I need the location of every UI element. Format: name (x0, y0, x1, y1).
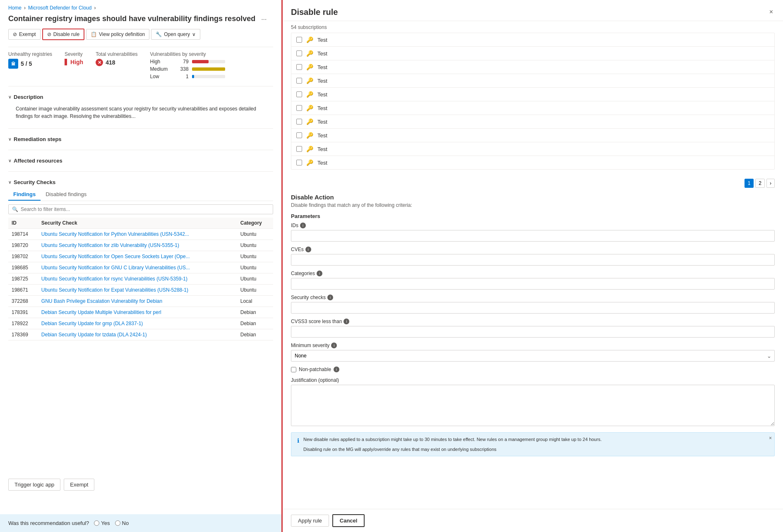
subscription-row[interactable]: 🔑 Test (291, 60, 774, 74)
justification-textarea[interactable] (291, 385, 775, 426)
table-row[interactable]: 198671 Ubuntu Security Notification for … (8, 285, 273, 296)
subscription-checkbox[interactable] (296, 91, 302, 97)
cell-id: 198714 (8, 229, 38, 240)
description-text: Container image vulnerability assessment… (8, 103, 273, 124)
security-checks-field-group: Security checks i (291, 295, 775, 314)
cell-check: Ubuntu Security Notification for zlib Vu… (38, 240, 237, 251)
subscription-checkbox[interactable] (296, 160, 302, 165)
cell-check: GNU Bash Privilege Escalation Vulnerabil… (38, 296, 237, 307)
apply-rule-button[interactable]: Apply rule (291, 515, 329, 527)
exempt-button[interactable]: ⊘ Exempt (8, 29, 41, 40)
cves-input[interactable] (291, 254, 775, 266)
subscription-checkbox[interactable] (296, 119, 302, 125)
open-query-button[interactable]: 🔧 Open query ∨ (151, 29, 200, 40)
subscription-row[interactable]: 🔑 Test (291, 129, 774, 142)
search-input[interactable] (21, 206, 269, 212)
page-2-button[interactable]: 2 (755, 179, 765, 188)
breadcrumb-defender[interactable]: Microsoft Defender for Cloud (28, 5, 91, 11)
subscription-name: Test (317, 64, 327, 70)
subscription-name: Test (317, 78, 327, 84)
cell-id: 198702 (8, 251, 38, 262)
table-row[interactable]: 178369 Debian Security Update for tzdata… (8, 329, 273, 340)
subscription-row[interactable]: 🔑 Test (291, 74, 774, 88)
exempt-icon: ⊘ (13, 31, 17, 37)
main-content: Home › Microsoft Defender for Cloud › Co… (0, 0, 783, 532)
remediation-header[interactable]: ∨ Remediation steps (8, 133, 273, 146)
close-button[interactable]: × (768, 7, 775, 17)
search-box: 🔍 (8, 204, 273, 214)
page-next-button[interactable]: › (766, 179, 775, 188)
table-row[interactable]: 198714 Ubuntu Security Notification for … (8, 229, 273, 240)
table-row[interactable]: 198720 Ubuntu Security Notification for … (8, 240, 273, 251)
total-vulnerabilities-metric: Total vulnerabilities ✕ 418 (96, 51, 137, 66)
subscription-checkbox[interactable] (296, 132, 302, 138)
subscription-row[interactable]: 🔑 Test (291, 33, 774, 47)
subscription-checkbox[interactable] (296, 37, 302, 43)
cell-id: 178391 (8, 307, 38, 318)
subscription-row[interactable]: 🔑 Test (291, 88, 774, 101)
table-row[interactable]: 178922 Debian Security Update for gmp (D… (8, 318, 273, 329)
security-checks-label: Security checks (291, 295, 326, 300)
trigger-logic-app-button[interactable]: Trigger logic app (8, 479, 60, 491)
breadcrumb-home[interactable]: Home (8, 5, 22, 11)
tab-disabled-findings[interactable]: Disabled findings (41, 189, 91, 201)
feedback-no[interactable]: No (115, 520, 129, 526)
subscription-row[interactable]: 🔑 Test (291, 115, 774, 129)
key-icon: 🔑 (306, 132, 313, 139)
tab-findings[interactable]: Findings (8, 189, 41, 201)
page-1-button[interactable]: 1 (745, 179, 754, 188)
table-row[interactable]: 178391 Debian Security Update Multiple V… (8, 307, 273, 318)
cell-id: 198720 (8, 240, 38, 251)
exempt-bottom-button[interactable]: Exempt (64, 479, 94, 491)
cvss3-field-group: CVSS3 score less than i (291, 319, 775, 338)
cell-check: Ubuntu Security Notification for Open Se… (38, 251, 237, 262)
feedback-yes[interactable]: Yes (94, 520, 110, 526)
unhealthy-value: 5 / 5 (21, 60, 32, 67)
subscription-checkbox[interactable] (296, 105, 302, 111)
cvss3-info-icon: i (343, 319, 349, 324)
cell-check: Ubuntu Security Notification for Python … (38, 229, 237, 240)
subscription-row[interactable]: 🔑 Test (291, 101, 774, 115)
description-header[interactable]: ∨ Description (8, 91, 273, 103)
affected-header[interactable]: ∨ Affected resources (8, 154, 273, 167)
categories-input[interactable] (291, 278, 775, 290)
panel-footer: Apply rule Cancel (283, 509, 783, 532)
cancel-button[interactable]: Cancel (332, 514, 365, 527)
subscription-row[interactable]: 🔑 Test (291, 142, 774, 156)
subscription-checkbox[interactable] (296, 64, 302, 70)
disable-rule-button[interactable]: ⊘ Disable rule (42, 29, 84, 40)
table-row[interactable]: 198685 Ubuntu Security Notification for … (8, 262, 273, 273)
cell-category: Debian (237, 329, 273, 340)
findings-table: ID Security Check Category 198714 Ubuntu… (8, 218, 273, 340)
min-severity-select[interactable]: None Low Medium High Critical (291, 350, 775, 362)
cell-category: Ubuntu (237, 262, 273, 273)
table-row[interactable]: 198702 Ubuntu Security Notification for … (8, 251, 273, 262)
table-row[interactable]: 372268 GNU Bash Privilege Escalation Vul… (8, 296, 273, 307)
search-icon: 🔍 (12, 206, 18, 212)
col-id: ID (8, 218, 38, 229)
non-patchable-info-icon: i (334, 367, 339, 372)
subscription-row[interactable]: 🔑 Test (291, 156, 774, 169)
view-policy-button[interactable]: 📋 View policy definition (86, 29, 149, 40)
subscription-name: Test (317, 146, 327, 152)
severity-metric: Severity High (65, 51, 83, 65)
error-icon: ✕ (96, 59, 103, 66)
subscription-row[interactable]: 🔑 Test (291, 47, 774, 60)
cell-category: Ubuntu (237, 251, 273, 262)
cvss3-input[interactable] (291, 326, 775, 338)
table-row[interactable]: 198725 Ubuntu Security Notification for … (8, 273, 273, 285)
security-checks-input[interactable] (291, 302, 775, 314)
info-banner-close-button[interactable]: × (769, 435, 772, 441)
non-patchable-checkbox[interactable] (291, 367, 296, 372)
security-checks-header[interactable]: ∨ Security Checks (8, 176, 273, 189)
subscription-checkbox[interactable] (296, 78, 302, 84)
subscription-checkbox[interactable] (296, 146, 302, 152)
cell-check: Debian Security Update for tzdata (DLA 2… (38, 329, 237, 340)
ids-input[interactable] (291, 230, 775, 242)
cell-id: 372268 (8, 296, 38, 307)
more-options-icon[interactable]: ... (261, 14, 267, 22)
justification-group: Justification (optional) (291, 377, 775, 427)
feedback-question: Was this recommendation useful? (8, 520, 89, 526)
subscription-checkbox[interactable] (296, 50, 302, 56)
non-patchable-group: Non-patchable i (291, 367, 775, 372)
